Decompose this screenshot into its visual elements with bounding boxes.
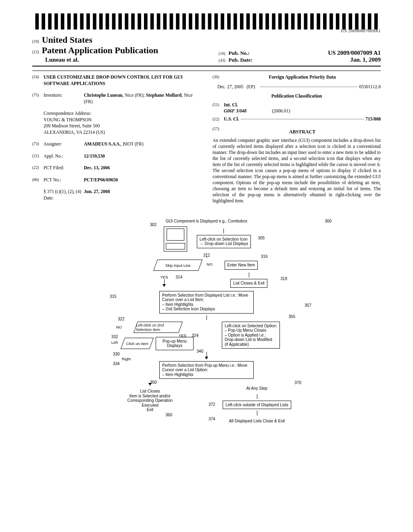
inid-12: (12) [32, 50, 39, 54]
box-305: Left-click on Selection Icon → Drop-down… [197, 235, 251, 248]
s371-value: Jun. 27, 2008 [84, 189, 200, 201]
classification-heading: Publication Classification [213, 93, 381, 100]
correspondence-label: Correspondence Address: [44, 110, 200, 117]
abstract-body: An extended computer graphic user interf… [213, 137, 381, 204]
box-374: All Displayed Lists Close & Exit [227, 417, 287, 425]
inventors-value: Christophe Luneau, Nice (FR); Stephane M… [84, 92, 200, 105]
flowchart: GUI Component is Displayed e.g., Combobo… [86, 219, 327, 427]
left-column: (54) USER CUSTOMIZABLE DROP-DOWN CONTROL… [32, 74, 200, 207]
pub-date-label: Pub. Date: [229, 57, 252, 63]
correspondence-name: YOUNG & THOMPSON [44, 117, 200, 123]
inid-54: (54) [32, 74, 44, 87]
intcl-label: Int. Cl. [224, 102, 381, 108]
inid-21: (21) [32, 153, 44, 160]
ref-357: 357 [305, 303, 311, 308]
dotted-leader [260, 87, 358, 87]
biblio-columns: (54) USER CUSTOMIZABLE DROP-DOWN CONTROL… [32, 74, 381, 207]
divider [32, 66, 381, 66]
flowchart-title: GUI Component is Displayed e.g., Combobo… [86, 219, 327, 223]
pub-no: US 2009/0007009 A1 [328, 50, 381, 56]
pub-no-label: Pub. No.: [229, 50, 250, 56]
decision-330: Click on Item [121, 338, 154, 349]
priority-country: (EP) [247, 84, 255, 90]
ref-305: 305 [258, 236, 265, 240]
priority-date: Dec. 27, 2005 [217, 84, 244, 90]
correspondence-street: 209 Madison Street, Suite 500 [44, 123, 200, 129]
pctno-label: PCT No.: [44, 177, 84, 183]
inid-19: (19) [32, 39, 39, 44]
ref-316: 316 [261, 254, 268, 259]
foreign-priority-heading: Foreign Application Priority Data [224, 74, 381, 81]
right-label: Right [122, 357, 131, 361]
ref-374: 374 [209, 417, 215, 421]
computer-icon [164, 227, 187, 251]
intcl-code: G06F 3/048 [224, 108, 246, 113]
box-316: Enter New Item [225, 261, 258, 270]
decision-312: Skip Input Line [153, 260, 202, 271]
inid-30: (30) [213, 74, 224, 81]
pctno-value: PCT/EP06/69650 [84, 177, 200, 183]
ref-322: 322 [118, 317, 125, 321]
pctfiled-value: Dec. 13, 2006 [84, 165, 200, 171]
ref-355: 355 [288, 314, 295, 319]
ref-340: 340 [196, 349, 203, 353]
invention-title: USER CUSTOMIZABLE DROP-DOWN CONTROL LIST… [44, 74, 200, 87]
no-label: NO [206, 262, 212, 266]
box-372: Left-click outside of Displayed Lists [223, 401, 291, 409]
yes-label: YES [160, 275, 168, 279]
ref-314: 314 [175, 275, 182, 279]
inid-22: (22) [32, 165, 44, 171]
abstract-heading: ABSTRACT [224, 129, 381, 135]
assignee-value: AMADEUS S.A.S. [84, 141, 121, 146]
applno-label: Appl. No.: [44, 153, 84, 160]
ref-318: 318 [280, 276, 287, 281]
barcode-icon: ▌▌▌▌▌▌▌▌▌▌▌▌▌▌▌▌▌▌▌▌▌▌▌▌▌▌▌▌▌▌▌▌▌▌▌▌▌▌▌▌… [35, 15, 381, 29]
inid-52: (52) [213, 116, 224, 122]
divider-thin [32, 71, 381, 71]
right-column: (30) Foreign Application Priority Data D… [213, 74, 381, 207]
pctfiled-label: PCT Filed: [44, 165, 84, 171]
box-355: Left-click on Selected Option: – Pop-Up … [222, 322, 280, 349]
assignee-label: Assignee: [44, 141, 84, 148]
s371-label: § 371 (c)(1), (2), (4) Date: [44, 189, 84, 201]
ref-312: 312 [203, 253, 210, 258]
header: (19) United States (12) Patent Applicati… [32, 35, 381, 63]
ref-315: 315 [110, 294, 117, 299]
ref-300: 300 [325, 219, 332, 223]
ref-360: 360 [165, 413, 172, 417]
box-360: List Closes Item is Selected and/or Corr… [125, 387, 175, 414]
box-315: Perform Selection from Displayed List i.… [159, 291, 254, 314]
left-label: Left [111, 340, 118, 345]
priority-appno: 05301112.8 [359, 84, 381, 90]
inid-10: (10) [219, 51, 225, 56]
authors-line: Luneau et al. [45, 56, 211, 63]
box-340: Pop-up Menu Displays [156, 337, 194, 350]
inid-57: (57) [213, 126, 224, 137]
ref-302: 302 [150, 222, 157, 227]
pub-date: Jan. 1, 2009 [350, 56, 381, 63]
intcl-year: (2006.01) [272, 108, 290, 113]
inventors-label: Inventors: [44, 92, 84, 105]
box-350: Perform Selection from Pop-up Menu i.e.:… [159, 361, 254, 379]
ref-332: 332 [111, 335, 118, 339]
country: United States [42, 35, 92, 45]
box-370: At Any Step [244, 384, 270, 393]
dotted-leader [241, 119, 364, 119]
box-318: List Closes & Exit [230, 279, 267, 288]
ref-330: 330 [113, 352, 120, 356]
ref-372: 372 [209, 402, 215, 407]
ref-370: 370 [294, 380, 301, 385]
decision-322: Left-click on 2nd Selection Item [133, 322, 183, 333]
correspondence-city: ALEXANDRIA, VA 22314 (US) [44, 129, 200, 136]
inid-86: (86) [32, 177, 44, 183]
barcode-area: ▌▌▌▌▌▌▌▌▌▌▌▌▌▌▌▌▌▌▌▌▌▌▌▌▌▌▌▌▌▌▌▌▌▌▌▌▌▌▌▌… [32, 16, 381, 33]
applno-value: 12/159,530 [84, 153, 200, 160]
uscl-value: 715/808 [365, 116, 381, 123]
no-label-2: NO [116, 325, 122, 329]
publication-type: Patent Application Publication [42, 45, 158, 55]
uscl-label: U.S. Cl. [224, 116, 239, 123]
inid-73: (73) [32, 141, 44, 148]
inid-75: (75) [32, 92, 44, 105]
inid-51: (51) [213, 102, 224, 114]
inid-43: (43) [219, 58, 225, 62]
